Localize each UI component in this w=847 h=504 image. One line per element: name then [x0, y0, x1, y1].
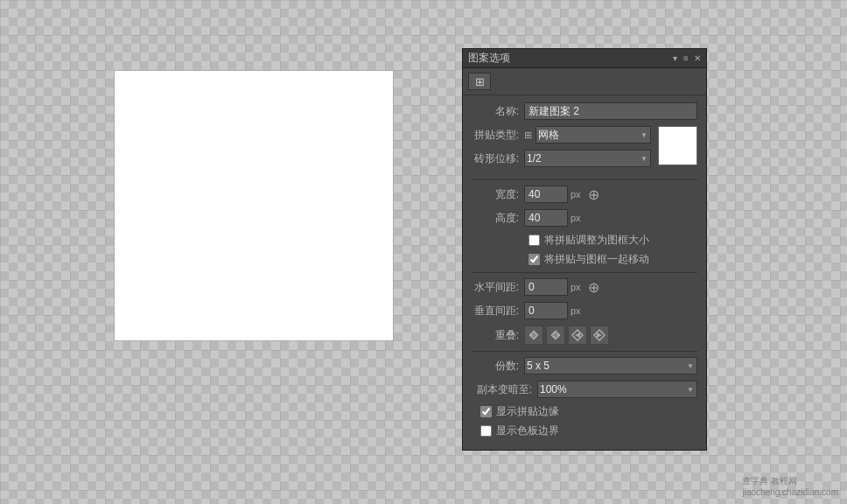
opacity-row: 副本变暗至: 100% 75% 50% ▼	[472, 381, 697, 398]
overlap-buttons-group	[524, 326, 609, 345]
offset-label: 砖形位移:	[472, 151, 524, 166]
panel-title: 图案选项	[468, 51, 510, 66]
height-label: 高度:	[472, 211, 524, 226]
height-unit: px	[570, 213, 581, 223]
checkbox-move-with-canvas-row: 将拼贴与图框一起移动	[472, 252, 697, 267]
tile-type-icon: ⊞	[524, 130, 532, 141]
show-edges-row: 显示拼贴边缘	[472, 404, 697, 419]
count-label: 份数:	[472, 359, 524, 374]
height-row: 高度: px	[472, 209, 697, 227]
opacity-select-wrapper: 100% 75% 50% ▼	[537, 381, 697, 398]
h-spacing-unit: px	[570, 282, 581, 292]
offset-row: 砖形位移: 1/2 1/3 1/4 ▼	[472, 150, 651, 167]
h-spacing-input[interactable]	[524, 278, 568, 296]
grid-icon: ⊞	[475, 75, 485, 88]
close-button[interactable]: ✕	[694, 55, 701, 62]
overlap-btn-3[interactable]	[568, 326, 587, 345]
name-input[interactable]	[524, 102, 697, 120]
overlap-btn-1[interactable]	[524, 326, 543, 345]
tile-type-select-wrapper: ⊞ 网格 砖形(横排) 砖形(竖排) ▼	[524, 126, 651, 144]
show-canvas-checkbox[interactable]	[480, 425, 492, 437]
pattern-preview	[658, 126, 697, 165]
move-with-canvas-checkbox[interactable]	[528, 254, 540, 265]
divider-1	[472, 179, 697, 180]
opacity-label: 副本变暗至:	[472, 382, 537, 397]
width-label: 宽度:	[472, 187, 524, 202]
panel-toolbar: ⊞	[463, 68, 706, 95]
collapse-button[interactable]: ▾	[673, 55, 680, 62]
opacity-select[interactable]: 100% 75% 50%	[537, 381, 697, 398]
count-select[interactable]: 5 x 5 3 x 3 7 x 7	[524, 357, 697, 374]
pattern-options-panel: 图案选项 ▾ ≡ ✕ ⊞ 名称: 拼贴类型: ⊞	[462, 48, 707, 451]
panel-controls: ▾ ≡ ✕	[673, 55, 701, 62]
h-spacing-label: 水平间距:	[472, 280, 524, 295]
count-select-wrapper: 5 x 5 3 x 3 7 x 7 ▼	[524, 357, 697, 374]
panel-titlebar: 图案选项 ▾ ≡ ✕	[463, 49, 706, 68]
show-edges-label: 显示拼贴边缘	[496, 404, 559, 419]
v-spacing-input[interactable]	[524, 302, 568, 319]
name-label: 名称:	[472, 104, 524, 119]
height-input[interactable]	[524, 209, 568, 227]
divider-2	[472, 272, 697, 273]
count-row: 份数: 5 x 5 3 x 3 7 x 7 ▼	[472, 357, 697, 374]
name-row: 名称:	[472, 102, 697, 120]
v-spacing-unit: px	[570, 305, 581, 316]
v-spacing-label: 垂直间距:	[472, 304, 524, 318]
h-spacing-link-icon[interactable]: ⊕	[588, 279, 599, 296]
fit-to-canvas-checkbox[interactable]	[528, 234, 540, 246]
link-proportional-icon[interactable]: ⊕	[588, 186, 599, 203]
overlap-btn-4[interactable]	[590, 326, 609, 345]
h-spacing-row: 水平间距: px ⊕	[472, 278, 697, 296]
show-edges-checkbox[interactable]	[480, 406, 492, 417]
tile-type-label: 拼贴类型:	[472, 128, 524, 143]
tile-type-select[interactable]: 网格 砖形(横排) 砖形(竖排)	[536, 126, 651, 144]
overlap-label: 重叠:	[472, 328, 524, 343]
overlap-row: 重叠:	[472, 326, 697, 345]
move-with-canvas-label: 将拼贴与图框一起移动	[544, 252, 649, 267]
width-unit: px	[570, 189, 581, 200]
v-spacing-row: 垂直间距: px	[472, 302, 697, 319]
fit-to-canvas-label: 将拼贴调整为图框大小	[544, 233, 649, 248]
offset-select[interactable]: 1/2 1/3 1/4	[524, 150, 651, 167]
menu-button[interactable]: ≡	[683, 55, 690, 62]
grid-tool-button[interactable]: ⊞	[468, 73, 491, 90]
divider-3	[472, 351, 697, 352]
checkbox-fit-to-canvas-row: 将拼贴调整为图框大小	[472, 233, 697, 248]
show-canvas-row: 显示色板边界	[472, 424, 697, 438]
watermark: 查字典 教程网jiaocheng.chazidian.com	[742, 475, 838, 497]
show-canvas-label: 显示色板边界	[496, 424, 559, 438]
width-row: 宽度: px ⊕	[472, 186, 697, 203]
canvas-area	[114, 70, 394, 341]
offset-select-wrapper: 1/2 1/3 1/4 ▼	[524, 150, 651, 167]
width-input[interactable]	[524, 186, 568, 203]
svg-marker-5	[575, 332, 580, 338]
overlap-btn-2[interactable]	[546, 326, 565, 345]
tile-type-row: 拼贴类型: ⊞ 网格 砖形(横排) 砖形(竖排) ▼	[472, 126, 651, 144]
svg-marker-7	[597, 332, 602, 338]
panel-body: 名称: 拼贴类型: ⊞ 网格 砖形(横排) 砖形(竖排) ▼	[463, 95, 706, 450]
